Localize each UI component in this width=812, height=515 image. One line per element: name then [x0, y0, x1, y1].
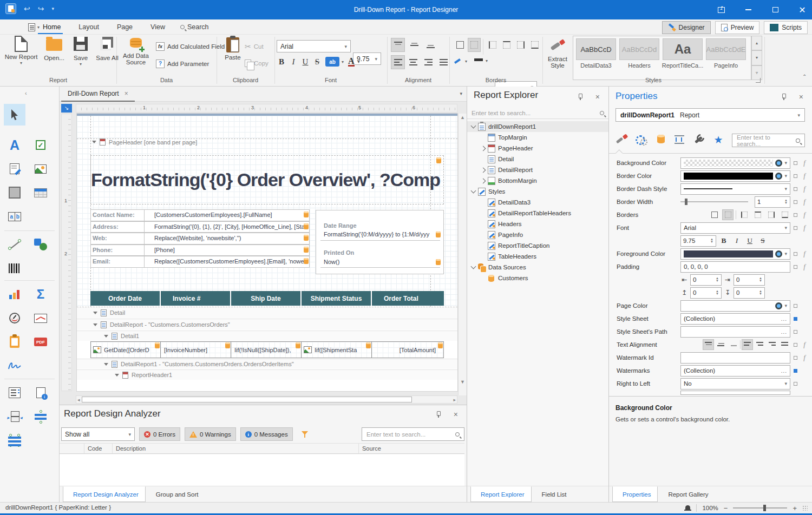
- pin-icon[interactable]: [780, 93, 787, 101]
- tree-item[interactable]: Detail: [467, 154, 608, 164]
- bold-button[interactable]: B: [276, 55, 287, 68]
- gallery-scroll-down-icon[interactable]: ▾: [751, 50, 762, 65]
- border-right-button[interactable]: [514, 38, 527, 52]
- font-color-button[interactable]: A: [348, 57, 355, 67]
- tool-page-info[interactable]: [30, 382, 51, 404]
- report-explorer-search-input[interactable]: Enter text to search...: [467, 107, 608, 119]
- band-collapse-icon[interactable]: [104, 335, 108, 338]
- tree-item[interactable]: DetailReport: [467, 164, 608, 175]
- close-panel-icon[interactable]: ×: [799, 93, 803, 101]
- border-none-button[interactable]: [468, 38, 481, 52]
- properties-search-input[interactable]: Enter text to search...: [732, 134, 805, 147]
- chevron-icon[interactable]: [481, 146, 486, 151]
- strikethrough-toggle[interactable]: S: [757, 236, 768, 245]
- foreground-color-editor[interactable]: ▾: [680, 248, 790, 260]
- close-panel-icon[interactable]: ×: [595, 93, 600, 101]
- warnings-toggle-button[interactable]: 0 Warnings: [185, 427, 236, 441]
- errors-toggle-button[interactable]: ✕0 Errors: [139, 427, 180, 441]
- contact-label[interactable]: Web:: [90, 233, 145, 245]
- ribbon-tab[interactable]: View: [140, 19, 173, 35]
- borders-top-toggle[interactable]: [752, 209, 763, 220]
- mode-button[interactable]: Preview: [715, 21, 760, 34]
- italic-button[interactable]: I: [287, 55, 299, 68]
- background-color-editor[interactable]: ▾: [680, 157, 790, 169]
- color-picker-icon[interactable]: [775, 302, 782, 309]
- detail-band-caption[interactable]: Detail: [77, 307, 457, 318]
- watermark-id-input[interactable]: [680, 352, 790, 364]
- ribbon-tab[interactable]: Home: [32, 19, 68, 35]
- table-header-cell[interactable]: Shipment Status: [302, 291, 372, 306]
- style-gallery-item[interactable]: AaBbCcDdE PageInfo: [705, 38, 746, 80]
- text-align-justify-toggle[interactable]: [779, 339, 790, 350]
- style-gallery-item[interactable]: Aa ReportTitleCa...: [662, 38, 703, 80]
- band-collapse-icon[interactable]: [92, 141, 96, 143]
- page-header-band-caption[interactable]: PageHeader [one band per page]: [92, 138, 197, 146]
- border-width-button[interactable]: ▾: [474, 57, 488, 64]
- table-header-cell[interactable]: Order Date: [90, 291, 161, 306]
- zoom-level[interactable]: 100%: [702, 505, 718, 511]
- contact-label[interactable]: Phone:: [90, 245, 145, 256]
- tool-pdf-content[interactable]: PDF: [30, 331, 51, 353]
- align-top-button[interactable]: [391, 38, 405, 52]
- scroll-right-icon[interactable]: ▸: [453, 397, 456, 402]
- border-width-slider[interactable]: [680, 201, 748, 202]
- tool-label[interactable]: A: [4, 134, 25, 156]
- tool-signature[interactable]: [4, 355, 25, 377]
- detail-cell[interactable]: [TotalAmount]: [372, 341, 444, 358]
- tool-pointer[interactable]: [4, 104, 25, 126]
- document-tab-close-icon[interactable]: ×: [125, 90, 128, 97]
- font-color-dropdown-icon[interactable]: ▾: [358, 60, 360, 64]
- bold-toggle[interactable]: B: [718, 236, 729, 245]
- band-collapse-icon[interactable]: [115, 374, 119, 377]
- strikethrough-button[interactable]: S: [311, 55, 323, 68]
- tool-chart[interactable]: [4, 283, 25, 305]
- ribbon-tab[interactable]: Layout: [68, 19, 107, 35]
- contact-value[interactable]: [CustomersCustomerEmployees].[FullName]: [145, 209, 310, 221]
- zoom-out-button[interactable]: −: [724, 504, 728, 512]
- scroll-left-icon[interactable]: ◂: [77, 397, 80, 402]
- padding-bottom-input[interactable]: 0▲▼: [734, 287, 765, 299]
- contact-value[interactable]: [Phone]: [145, 245, 310, 256]
- border-width-input[interactable]: 1▲▼: [755, 196, 790, 208]
- add-data-source-button[interactable]: Add Data Source: [119, 36, 153, 65]
- resize-grip[interactable]: [802, 505, 808, 511]
- tree-item[interactable]: ReportTitleCaption: [467, 240, 608, 251]
- borders-bottom-toggle[interactable]: [779, 209, 790, 220]
- cut-button[interactable]: ✂ Cut: [245, 42, 264, 51]
- panel-tab[interactable]: Report Design Analyzer: [63, 486, 146, 502]
- selected-control-combobox[interactable]: drillDownReport1Report▾: [615, 108, 805, 122]
- align-bottom-button[interactable]: [423, 38, 437, 52]
- ellipsis-button[interactable]: ...: [781, 368, 787, 374]
- tool-checkbox[interactable]: ✓: [30, 134, 51, 156]
- tool-subreport[interactable]: [4, 331, 25, 353]
- style-gallery-item[interactable]: AaBbCcDd Headers: [619, 38, 660, 80]
- ribbon-display-options-icon[interactable]: [715, 3, 728, 16]
- padding-left-input[interactable]: 0▲▼: [690, 274, 722, 286]
- scroll-up-icon[interactable]: ▲: [460, 115, 465, 120]
- vertical-scrollbar[interactable]: ▲ ▼: [458, 114, 467, 395]
- borders-none-toggle[interactable]: [722, 209, 734, 220]
- chevron-icon[interactable]: [471, 123, 476, 129]
- close-panel-icon[interactable]: ×: [454, 411, 458, 418]
- contact-value[interactable]: Replace([Website], 'nowebsite',''): [145, 233, 310, 245]
- border-all-button[interactable]: [454, 38, 467, 52]
- padding-right-input[interactable]: 0▲▼: [734, 274, 765, 286]
- ruler-corner-icon[interactable]: ↘: [61, 104, 72, 113]
- mode-button[interactable]: Designer: [662, 21, 711, 34]
- tool-cross-band-line[interactable]: [30, 406, 51, 427]
- tool-picture-box[interactable]: [30, 158, 51, 180]
- band-collapse-icon[interactable]: [104, 363, 108, 366]
- chevron-icon[interactable]: [471, 188, 476, 194]
- paste-button[interactable]: Paste: [220, 36, 246, 61]
- right-to-left-editor[interactable]: No▾: [680, 378, 790, 389]
- chevron-icon[interactable]: [481, 167, 486, 173]
- panel-tab[interactable]: Properties: [612, 486, 658, 502]
- border-color-editor[interactable]: ▾: [680, 170, 790, 182]
- tool-table-of-contents[interactable]: [4, 382, 25, 404]
- ribbon-tab[interactable]: Page: [107, 19, 140, 35]
- contact-value[interactable]: FormatString('{0}, {1}, {2}', [City], [H…: [145, 221, 310, 233]
- new-report-button[interactable]: New Report▾: [4, 36, 38, 65]
- table-header-cell[interactable]: Ship Date: [231, 291, 302, 306]
- gallery-scroll-up-icon[interactable]: ▴: [751, 36, 762, 50]
- tool-character-comb[interactable]: ab: [4, 206, 25, 227]
